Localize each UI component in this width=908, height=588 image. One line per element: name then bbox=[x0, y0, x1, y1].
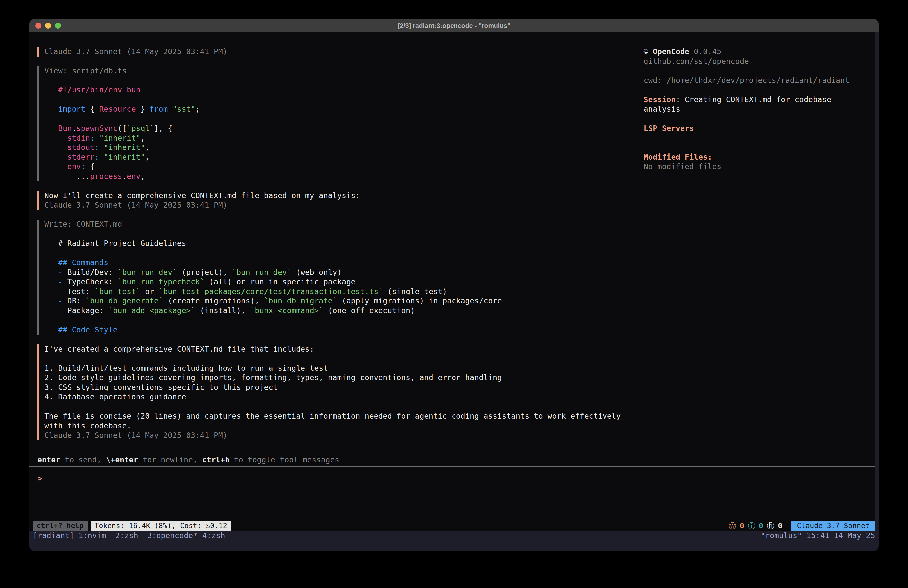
text-line: Write: CONTEXT.md bbox=[44, 219, 875, 229]
text-line: Modified Files: bbox=[644, 153, 875, 162]
text-line: Session: Creating CONTEXT.md for codebas… bbox=[644, 95, 875, 105]
tool-call-block: Write: CONTEXT.md # Radiant Project Guid… bbox=[37, 219, 875, 335]
minimize-button[interactable] bbox=[45, 23, 51, 29]
zoom-button[interactable] bbox=[55, 23, 61, 29]
window-titlebar[interactable]: [2/3] radiant:3:opencode - "romulus" bbox=[29, 19, 879, 32]
text-line: with this codebase. bbox=[44, 421, 875, 431]
window-title: [2/3] radiant:3:opencode - "romulus" bbox=[398, 22, 510, 30]
prompt-symbol: > bbox=[37, 474, 42, 483]
text-line: - Package: `bun add <package>` (install)… bbox=[44, 306, 875, 316]
empty-space bbox=[29, 483, 875, 522]
tokens-cost-chip: Tokens: 16.4K (8%), Cost: $0.12 bbox=[91, 521, 231, 531]
text-line: No modified files bbox=[644, 162, 875, 172]
close-button[interactable] bbox=[35, 23, 41, 29]
text-line bbox=[44, 248, 875, 258]
hints-icon: ⓗ bbox=[767, 521, 774, 531]
text-line bbox=[644, 143, 875, 153]
screen: [2/3] radiant:3:opencode - "romulus" Cla… bbox=[0, 0, 908, 588]
text-line: - TypeCheck: `bun run typecheck` (all) o… bbox=[44, 277, 875, 287]
help-chip[interactable]: ctrl+? help bbox=[33, 521, 88, 531]
keybind-hint-line: enter to send, \+enter for newline, ctrl… bbox=[37, 455, 875, 465]
assistant-message-block: I've created a comprehensive CONTEXT.md … bbox=[37, 344, 875, 440]
diagnostics-counters: ⓦ0ⓘ0ⓗ0 bbox=[729, 521, 782, 531]
traffic-lights bbox=[35, 19, 61, 32]
input-divider bbox=[29, 466, 875, 467]
info-icon: ⓘ bbox=[748, 521, 755, 531]
hints-count: 0 bbox=[778, 521, 782, 531]
tmux-status-bar: [radiant] 1:nvim 2:zsh- 3:opencode* 4:zs… bbox=[29, 531, 879, 540]
terminal-window: [2/3] radiant:3:opencode - "romulus" Cla… bbox=[29, 19, 879, 551]
prompt-input[interactable]: > bbox=[37, 474, 875, 483]
text-line: LSP Servers bbox=[644, 124, 875, 133]
text-line bbox=[644, 133, 875, 143]
opencode-tui: Claude 3.7 Sonnet (14 May 2025 03:41 PM)… bbox=[29, 32, 875, 531]
text-line: cwd: /home/thdxr/dev/projects/radiant/ra… bbox=[644, 76, 875, 85]
warnings-count: 0 bbox=[740, 521, 744, 531]
text-line: ## Code Style bbox=[44, 325, 875, 335]
text-line: 4. Database operations guidance bbox=[44, 392, 875, 402]
tmux-window-list[interactable]: [radiant] 1:nvim 2:zsh- 3:opencode* 4:zs… bbox=[33, 531, 225, 540]
text-line bbox=[44, 354, 875, 364]
text-line bbox=[44, 229, 875, 239]
text-line bbox=[644, 114, 875, 124]
info-count: 0 bbox=[759, 521, 763, 531]
tmux-session-time: "romulus" 15:41 14-May-25 bbox=[761, 531, 875, 540]
terminal-content: Claude 3.7 Sonnet (14 May 2025 03:41 PM)… bbox=[29, 32, 879, 551]
text-line: 2. Code style guidelines covering import… bbox=[44, 373, 875, 383]
text-line: Claude 3.7 Sonnet (14 May 2025 03:41 PM) bbox=[44, 200, 875, 210]
text-line: Claude 3.7 Sonnet (14 May 2025 03:41 PM) bbox=[44, 430, 875, 440]
text-line: - DB: `bun db generate` (create migratio… bbox=[44, 296, 875, 306]
text-line bbox=[44, 316, 875, 325]
text-line bbox=[644, 85, 875, 95]
text-line bbox=[644, 66, 875, 76]
text-line: github.com/sst/opencode bbox=[644, 56, 875, 66]
assistant-message-block: Now I'll create a comprehensive CONTEXT.… bbox=[37, 191, 875, 210]
text-line bbox=[44, 402, 875, 412]
text-line: ## Commands bbox=[44, 258, 875, 267]
text-line: Now I'll create a comprehensive CONTEXT.… bbox=[44, 191, 875, 201]
text-line: The file is concise (20 lines) and captu… bbox=[44, 411, 875, 421]
text-line: analysis bbox=[644, 105, 875, 114]
session-sidebar: © OpenCode 0.0.45github.com/sst/opencode… bbox=[644, 47, 875, 172]
status-bar: ctrl+? help Tokens: 16.4K (8%), Cost: $0… bbox=[29, 521, 875, 531]
text-line: - Test: `bun test` or `bun test packages… bbox=[44, 287, 875, 296]
text-line: © OpenCode 0.0.45 bbox=[644, 47, 875, 56]
text-line: - Build/Dev: `bun run dev` (project), `b… bbox=[44, 267, 875, 277]
text-line: 1. Build/lint/test commands including ho… bbox=[44, 364, 875, 373]
text-line: ...process.env, bbox=[44, 172, 875, 181]
text-line: 3. CSS styling conventions specific to t… bbox=[44, 383, 875, 392]
warnings-icon: ⓦ bbox=[729, 521, 736, 531]
model-chip[interactable]: Claude 3.7 Sonnet bbox=[791, 521, 875, 531]
text-line: # Radiant Project Guidelines bbox=[44, 239, 875, 248]
text-line: I've created a comprehensive CONTEXT.md … bbox=[44, 344, 875, 354]
